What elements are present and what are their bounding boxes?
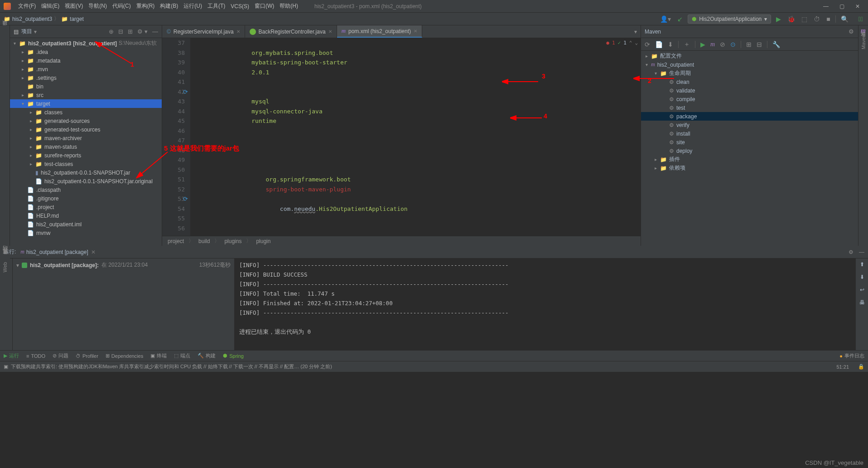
close-tab-icon[interactable]: ✕ xyxy=(236,29,240,34)
tool-maven[interactable]: Maven xyxy=(861,34,866,49)
gutter[interactable]: 373839404142⟳4344454647484950515253⟳5455… xyxy=(162,38,190,236)
add-icon[interactable]: ＋ xyxy=(684,40,690,49)
print-icon[interactable]: 🖶 xyxy=(859,299,865,306)
select-opened-icon[interactable]: ⊕ xyxy=(109,28,114,35)
maven-node-his2_outpatient[interactable]: ▾mhis2_outpatient xyxy=(641,60,868,69)
hide-run-icon[interactable]: — xyxy=(859,249,864,255)
close-tab-icon[interactable]: ✕ xyxy=(328,29,332,34)
maven-node-install[interactable]: ⚙install xyxy=(641,129,868,138)
collapse-icon[interactable]: ⊟ xyxy=(757,41,762,48)
maven-node-verify[interactable]: ⚙verify xyxy=(641,121,868,129)
tree-node[interactable]: 📄.project xyxy=(10,203,162,211)
tree-node[interactable]: ▸📁.mvn xyxy=(10,65,162,73)
coverage-button[interactable]: ⬚ xyxy=(800,15,809,23)
tool-spring[interactable]: ⬢ Spring xyxy=(223,353,244,359)
maven-node-test[interactable]: ⚙test xyxy=(641,103,868,112)
expand-all-icon[interactable]: ⊟ xyxy=(118,28,123,35)
tree-node[interactable]: ▸📁maven-status xyxy=(10,142,162,151)
codewithme-icon[interactable]: ▶⃝ xyxy=(857,15,864,23)
tree-node[interactable]: ▮his2_outpatient-0.0.1-SNAPSHOT.jar xyxy=(10,168,162,177)
tree-node[interactable]: 📄his2_outpatient-0.0.1-SNAPSHOT.jar.orig… xyxy=(10,177,162,185)
status-message[interactable]: 下载预构建共享索引: 使用预构建的JDK和Maven 库共享索引减少索引时间和 … xyxy=(11,363,332,370)
tree-node[interactable]: 📄.classpath xyxy=(10,185,162,194)
maven-node-插件[interactable]: ▸📁插件 xyxy=(641,155,868,164)
run-gear-icon[interactable]: ⚙ xyxy=(849,249,854,255)
run-button[interactable]: ▶ xyxy=(775,15,782,23)
scroll-down-icon[interactable]: ⬇ xyxy=(860,274,864,280)
maven-node-配置文件[interactable]: ▸📁配置文件 xyxy=(641,52,868,60)
tree-node[interactable]: 📄.gitignore xyxy=(10,194,162,203)
menu-view[interactable]: 视图(V) xyxy=(62,2,86,10)
tab-pom-xml[interactable]: m pom.xml (his2_outpatient) ✕ xyxy=(337,25,422,38)
execute-icon[interactable]: m xyxy=(710,41,715,48)
stop-button[interactable]: ■ xyxy=(825,15,831,23)
maven-node-生命周期[interactable]: ▾📁生命周期 xyxy=(641,69,868,78)
tree-node[interactable]: 📄his2_outpatient.iml xyxy=(10,220,162,229)
search-icon[interactable]: 🔍 xyxy=(839,15,850,23)
maven-node-clean[interactable]: ⚙clean xyxy=(641,78,868,86)
tree-node[interactable]: ▸📁classes xyxy=(10,108,162,117)
minimize-icon[interactable]: — xyxy=(823,3,829,10)
soft-wrap-icon[interactable]: ↩ xyxy=(860,287,864,293)
code-content[interactable]: org.mybatis.spring.boot mybatis-spring-b… xyxy=(190,38,641,236)
chevron-down-icon[interactable]: ▾ xyxy=(34,29,37,35)
run-config-selector[interactable]: ⬢ His2OutpatientApplication ▾ xyxy=(688,15,771,24)
cursor-position[interactable]: 51:21 xyxy=(836,364,849,370)
tree-root[interactable]: ▾ 📁 his2_outpatient3 [his2_outpatient] S… xyxy=(10,39,162,48)
breadcrumb[interactable]: 📁 his2_outpatient3 〉 📁 target xyxy=(4,15,84,23)
tool-profiler[interactable]: ⏱ Profiler xyxy=(76,353,98,359)
show-deps-icon[interactable]: ⊞ xyxy=(746,41,752,48)
vcs-update-icon[interactable]: ↙ xyxy=(676,15,684,23)
maven-tool-icon[interactable]: m xyxy=(861,27,866,34)
tab-back-register[interactable]: BackRegisterController.java ✕ xyxy=(245,25,337,38)
gear-icon[interactable]: ⚙ xyxy=(849,28,854,35)
breadcrumb-root[interactable]: his2_outpatient3 xyxy=(12,16,52,22)
editor-chevron-down-icon[interactable]: ▾ xyxy=(634,29,637,35)
maven-node-compile[interactable]: ⚙compile xyxy=(641,95,868,103)
refresh-icon[interactable]: ⟳ xyxy=(645,41,650,48)
menu-window[interactable]: 窗口(W) xyxy=(252,2,277,10)
tree-node[interactable]: ▸📁surefire-reports xyxy=(10,151,162,160)
maven-node-validate[interactable]: ⚙validate xyxy=(641,86,868,95)
skip-tests-icon[interactable]: ⊙ xyxy=(730,41,736,48)
menu-edit[interactable]: 编辑(E) xyxy=(39,2,62,10)
gear-icon[interactable]: ⚙ ▾ xyxy=(137,28,148,35)
toggle-offline-icon[interactable]: ⊘ xyxy=(720,41,725,48)
collapse-all-icon[interactable]: ⊞ xyxy=(128,28,133,35)
tool-problems[interactable]: ⊘ 问题 xyxy=(53,352,68,359)
lock-icon[interactable]: 🔒 xyxy=(858,364,864,370)
project-tree[interactable]: ▾ 📁 his2_outpatient3 [his2_outpatient] S… xyxy=(10,38,162,246)
close-run-icon[interactable]: ✕ xyxy=(91,249,96,255)
maven-tree[interactable]: ▸📁配置文件▾mhis2_outpatient▾📁生命周期⚙clean⚙vali… xyxy=(641,51,868,246)
tool-todo[interactable]: ≡ TODO xyxy=(26,353,45,359)
tree-node[interactable]: ▸📁generated-sources xyxy=(10,117,162,125)
wrench-icon[interactable]: 🔧 xyxy=(772,41,780,48)
run-console[interactable]: [INFO] ---------------------------------… xyxy=(235,258,855,350)
run-tree[interactable]: ▾ his2_outpatient [package]: 在 2022/1/21… xyxy=(13,258,235,350)
menu-run[interactable]: 运行(U) xyxy=(181,2,205,10)
tool-events[interactable]: ● 事件日志 xyxy=(839,352,864,359)
run-goal-icon[interactable]: ▶ xyxy=(700,41,705,48)
tree-node[interactable]: ▸📁.idea xyxy=(10,48,162,56)
tree-node[interactable]: ▾📁target xyxy=(10,99,162,108)
menu-navigate[interactable]: 导航(N) xyxy=(86,2,110,10)
menu-help[interactable]: 帮助(H) xyxy=(277,2,301,10)
tree-node[interactable]: 📄mvnw xyxy=(10,229,162,237)
menu-build[interactable]: 构建(B) xyxy=(157,2,181,10)
tree-node[interactable]: ▸📁.metadata xyxy=(10,56,162,65)
tool-build[interactable]: 🔨 构建 xyxy=(198,352,216,359)
menu-tools[interactable]: 工具(T) xyxy=(205,2,228,10)
tool-dependencies[interactable]: ⊞ Dependencies xyxy=(106,353,143,359)
menu-vcs[interactable]: VCS(S) xyxy=(228,3,252,10)
tool-run[interactable]: ▶ 运行 xyxy=(4,352,19,359)
maven-node-site[interactable]: ⚙site xyxy=(641,138,868,146)
hide-icon[interactable]: — xyxy=(152,28,158,35)
menu-code[interactable]: 代码(C) xyxy=(110,2,134,10)
tree-node[interactable]: ▸📁test-classes xyxy=(10,160,162,168)
tree-node[interactable]: ▸📁generated-test-sources xyxy=(10,125,162,134)
scroll-up-icon[interactable]: ⬆ xyxy=(860,261,864,268)
maximize-icon[interactable]: ▢ xyxy=(839,3,844,10)
debug-button[interactable]: 🐞 xyxy=(786,15,796,23)
editor-body[interactable]: 373839404142⟳4344454647484950515253⟳5455… xyxy=(162,38,641,236)
breadcrumb-child[interactable]: target xyxy=(70,16,84,22)
